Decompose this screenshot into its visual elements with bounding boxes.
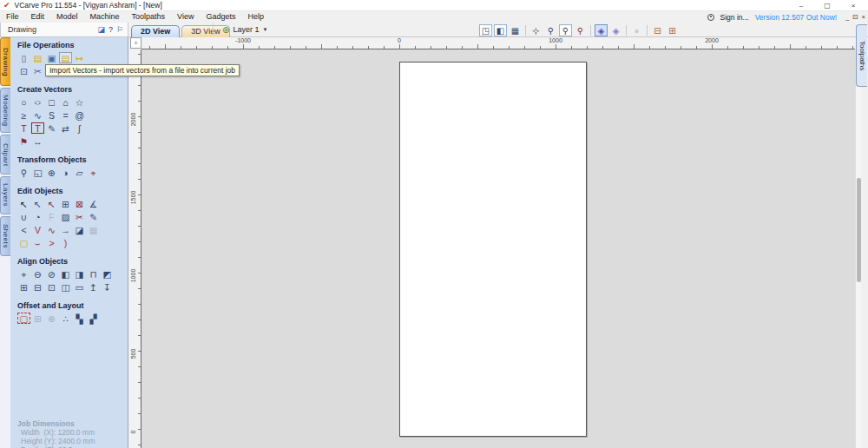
space-vertical-button[interactable]: ⊡: [45, 281, 58, 293]
vertical-scrollbar[interactable]: [855, 49, 861, 448]
nesting-button[interactable]: ▚: [73, 313, 86, 324]
draw-polygon-button[interactable]: ⌂: [59, 96, 72, 108]
snapshot-button[interactable]: ▦: [87, 224, 100, 235]
panel-toggle-icon[interactable]: ◪: [97, 25, 105, 34]
menu-machine[interactable]: Machine: [84, 11, 126, 23]
version-banner-link[interactable]: Version 12.507 Out Now!: [755, 13, 838, 22]
offset-vectors-button[interactable]: ▢: [17, 313, 30, 324]
hatch-fill-button[interactable]: ▨: [59, 211, 72, 222]
fit-curves-button[interactable]: ∿: [45, 224, 58, 235]
delete-object-button[interactable]: ⊠: [73, 198, 86, 209]
align-objects-tool-button[interactable]: ⌖: [87, 167, 100, 178]
circular-copy-button[interactable]: ⊕: [45, 313, 58, 324]
layer-selector[interactable]: ⊛ Layer 1 ▼: [213, 23, 267, 36]
move-object-button[interactable]: ◱: [31, 167, 44, 178]
menu-model[interactable]: Model: [50, 11, 84, 23]
weld-vectors-button[interactable]: ∪: [17, 211, 30, 222]
extend-vector-button[interactable]: >: [45, 237, 58, 248]
reverse-direction-button[interactable]: →: [59, 224, 72, 235]
measure-tool-button[interactable]: ∡: [87, 198, 100, 209]
shading-toggle-icon[interactable]: ◈: [595, 24, 608, 36]
draw-line-button[interactable]: =: [59, 109, 72, 121]
sign-in-link[interactable]: Sign in...: [720, 13, 749, 22]
scissors-trim-button[interactable]: ✂: [73, 211, 86, 222]
tab-2d-view[interactable]: 2D View: [131, 25, 180, 37]
draw-rectangle-button[interactable]: □: [45, 96, 58, 108]
drawing-canvas[interactable]: [141, 49, 855, 448]
align-v-centers-button[interactable]: ▭: [73, 281, 86, 293]
draw-dimension-button[interactable]: ⚑: [17, 135, 30, 147]
join-vectors-button[interactable]: <: [17, 224, 30, 235]
align-left-button[interactable]: ◧: [59, 268, 72, 280]
fit-arc-button[interactable]: ⌣: [31, 237, 44, 248]
save-file-button[interactable]: ▣: [45, 52, 58, 63]
node-edit-tool-button[interactable]: ↖: [31, 198, 44, 209]
vector-paint-button[interactable]: ✎: [87, 211, 100, 222]
minimize-button[interactable]: –: [788, 2, 814, 10]
close-button[interactable]: ×: [840, 2, 866, 10]
align-first-button[interactable]: ↥: [87, 281, 100, 293]
trim-arc-button[interactable]: ): [59, 237, 72, 248]
menu-help[interactable]: Help: [242, 11, 271, 23]
panel-pin-icon[interactable]: ⚐: [116, 25, 123, 34]
true-shape-nesting-button[interactable]: ▞: [87, 313, 100, 324]
sidebar-tab-clipart[interactable]: Clipart: [0, 135, 10, 175]
mirror-object-button[interactable]: ◑: [59, 167, 72, 178]
align-corner-button[interactable]: ◩: [101, 268, 114, 280]
center-in-material-button[interactable]: ⌖: [17, 268, 30, 280]
wireframe-toggle-icon[interactable]: ◈: [609, 24, 622, 36]
cut-button[interactable]: ✂: [31, 65, 44, 76]
align-right-button[interactable]: ◨: [73, 268, 86, 280]
center-horizontal-button[interactable]: ⊖: [31, 268, 44, 280]
align-top-button[interactable]: ⊓: [87, 268, 100, 280]
edit-text-button[interactable]: ✎: [45, 122, 58, 134]
job-material-page[interactable]: [399, 62, 587, 437]
distort-object-button[interactable]: ▱: [73, 167, 86, 178]
material-toggle-icon[interactable]: ●: [630, 24, 643, 36]
draw-polyline-button[interactable]: ≥: [17, 109, 30, 121]
export-vectors-button[interactable]: ↦: [73, 52, 86, 63]
trim-boolean-button[interactable]: ◔: [31, 211, 44, 222]
sidebar-tab-layers[interactable]: Layers: [0, 176, 10, 214]
snap-settings-icon[interactable]: ◳: [479, 24, 492, 36]
space-horizontal-button[interactable]: ⊟: [31, 281, 44, 293]
draw-arc-button[interactable]: ∿: [31, 109, 44, 121]
trace-bitmap-button[interactable]: ◪: [73, 224, 86, 235]
menu-edit[interactable]: Edit: [25, 11, 51, 23]
job-setup-button[interactable]: ⊡: [17, 65, 30, 76]
zoom-extents-icon[interactable]: ⚲: [574, 24, 587, 36]
zoom-selected-icon[interactable]: ⚲: [559, 24, 572, 36]
scale-object-button[interactable]: ⚲: [17, 167, 30, 178]
copy-along-vector-button[interactable]: ∴: [59, 313, 72, 324]
draw-ellipse-button[interactable]: ○: [29, 97, 46, 107]
transform-select-tool-button[interactable]: ↖: [45, 198, 58, 209]
sidebar-tab-modeling[interactable]: Modeling: [0, 88, 10, 133]
group-objects-button[interactable]: ⊞: [59, 198, 72, 209]
rotate-object-button[interactable]: ⊕: [45, 167, 58, 178]
array-copy-button[interactable]: ⊞: [31, 313, 44, 324]
draw-text-button[interactable]: T: [17, 122, 30, 134]
align-last-button[interactable]: ↧: [101, 281, 114, 293]
pan-view-icon[interactable]: ⊹: [529, 24, 542, 36]
maximize-button[interactable]: ▢: [814, 2, 840, 10]
open-file-button[interactable]: ▤: [31, 52, 44, 63]
dimension-line-button[interactable]: ↔: [31, 135, 44, 147]
grid-toggle-icon[interactable]: ▦: [509, 24, 522, 36]
close-vector-button[interactable]: ▢: [17, 237, 30, 248]
menu-gadgets[interactable]: Gadgets: [200, 11, 241, 23]
menu-file[interactable]: File: [0, 11, 25, 23]
tile-vertical-icon[interactable]: ⊞: [666, 24, 679, 36]
draw-curve-button[interactable]: S: [45, 109, 58, 121]
space-evenly-button[interactable]: ⊞: [17, 281, 30, 293]
sidebar-tab-drawing[interactable]: Drawing: [0, 37, 10, 86]
draw-star-button[interactable]: ☆: [73, 96, 86, 108]
vector-validator-button[interactable]: V: [31, 224, 44, 235]
zoom-box-icon[interactable]: ⚲: [544, 24, 557, 36]
text-on-curve-button[interactable]: ʃ: [73, 122, 86, 134]
menu-toolpaths[interactable]: Toolpaths: [126, 11, 172, 23]
fillet-tool-button[interactable]: F: [45, 211, 58, 222]
sidebar-tab-sheets[interactable]: Sheets: [0, 216, 10, 256]
draw-spiral-button[interactable]: @: [73, 109, 86, 121]
toolpaths-tab[interactable]: Toolpaths: [856, 24, 867, 87]
mdi-close-button[interactable]: ×: [862, 13, 865, 21]
